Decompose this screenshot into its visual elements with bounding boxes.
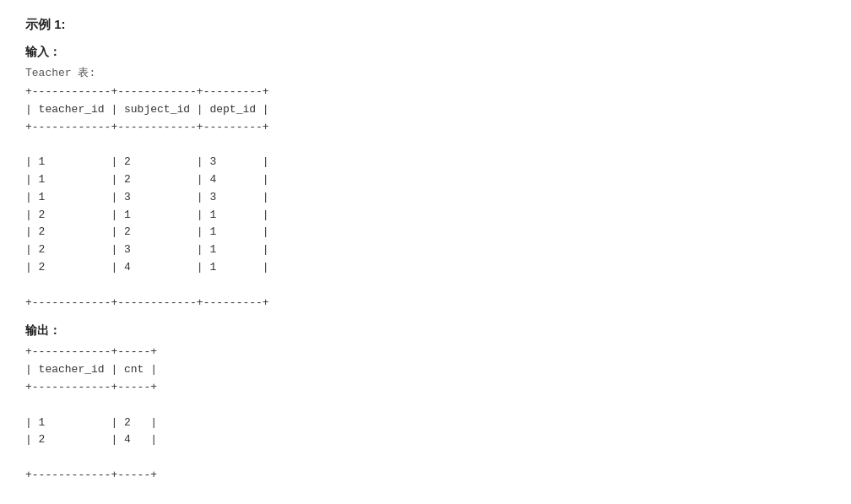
output-table: +------------+-----+ | teacher_id | cnt … bbox=[25, 344, 826, 484]
section-title: 示例 1: bbox=[25, 17, 826, 33]
input-table: +------------+------------+---------+ | … bbox=[25, 84, 826, 312]
output-label: 输出： bbox=[25, 323, 826, 339]
main-container: 示例 1: 输入： Teacher 表: +------------+-----… bbox=[25, 17, 826, 485]
input-label: 输入： bbox=[25, 45, 826, 60]
output-section: 输出： +------------+-----+ | teacher_id | … bbox=[25, 323, 826, 484]
teacher-table-label: Teacher 表: bbox=[25, 65, 826, 80]
input-section: 输入： Teacher 表: +------------+-----------… bbox=[25, 45, 826, 312]
